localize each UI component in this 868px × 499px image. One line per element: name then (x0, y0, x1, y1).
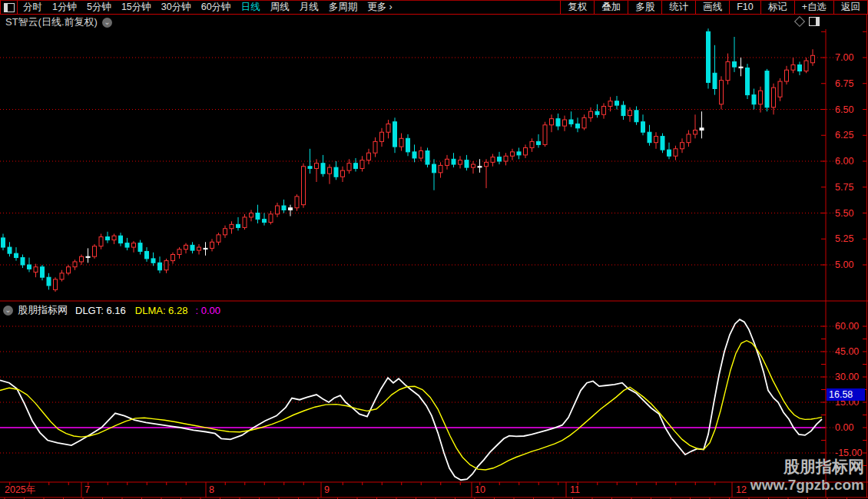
indicator-header: ⌄ 股朋指标网 DLGT: 6.16 DLMA: 6.28 : 0.00 (3, 303, 220, 317)
year-label: 2025年 (5, 484, 35, 495)
indicator-tick-label: -15.00 (835, 448, 862, 458)
grid-lines (0, 58, 837, 453)
latest-value-badge: 16.58 (827, 388, 865, 401)
menu-item-tool-6[interactable]: 标记 (760, 1, 794, 14)
menu-item-tool-2[interactable]: 多股 (628, 1, 661, 14)
indicator-tick-label: 45.00 (835, 346, 859, 357)
month-label: 10 (475, 484, 485, 495)
watermark: 股朋指标网 www.7gpzb.com (750, 458, 864, 494)
layout-split-icon[interactable] (809, 17, 820, 26)
month-label: 8 (209, 484, 214, 495)
menu-item-period-8[interactable]: 月线 (300, 1, 319, 14)
price-tick-label: 6.00 (835, 156, 853, 167)
menu-item-tool-5[interactable]: F10 (729, 1, 760, 14)
menu-item-tool-7[interactable]: +自选 (794, 1, 833, 14)
title-bar: ST智云(日线.前复权) ⌄ (5, 15, 112, 29)
dlgt-line (0, 319, 822, 480)
menu-item-tool-1[interactable]: 叠加 (594, 1, 628, 14)
menu-item-period-0[interactable]: 分时 (23, 1, 42, 14)
menu-item-tool-4[interactable]: 画线 (695, 1, 729, 14)
indicator-extra-value: : 0.00 (195, 305, 220, 316)
dlma-value-label: DLMA: 6.28 (135, 305, 188, 316)
indicator-source-label: 股朋指标网 (18, 303, 68, 317)
menu-item-period-10[interactable]: 更多 › (367, 1, 393, 14)
indicator-chevron-down-icon[interactable]: ⌄ (3, 306, 13, 316)
indicator-tick-label: 0.00 (835, 422, 853, 433)
indicator-lines (0, 319, 822, 480)
price-tick-label: 7.00 (835, 52, 853, 63)
window-split-button[interactable] (1, 1, 18, 14)
indicator-tick-label: 30.00 (835, 372, 859, 382)
window-split-icon (4, 3, 15, 12)
indicator-tick-label: 60.00 (835, 321, 859, 332)
menu-item-period-9[interactable]: 多周期 (329, 1, 358, 14)
month-label: 9 (324, 484, 330, 495)
price-tick-label: 6.50 (835, 104, 853, 115)
month-label: 7 (84, 484, 90, 495)
price-tick-label: 5.25 (835, 233, 853, 244)
month-label: 11 (570, 484, 580, 495)
menu-item-period-1[interactable]: 1分钟 (52, 1, 77, 14)
dlma-line (0, 341, 822, 470)
dlgt-value-label: DLGT: 6.16 (75, 305, 126, 316)
date-strip-marks (5, 482, 847, 499)
menu-item-period-7[interactable]: 周线 (270, 1, 290, 14)
chevron-down-icon[interactable]: ⌄ (102, 18, 112, 28)
title-right-icons (796, 17, 820, 26)
page-title: ST智云(日线.前复权) (5, 15, 98, 29)
menu-item-period-5[interactable]: 60分钟 (201, 1, 231, 14)
period-menu-bar: 分时1分钟5分钟15分钟30分钟60分钟日线周线月线多周期更多 › 复权叠加多股… (0, 0, 868, 15)
price-tick-label: 6.25 (835, 130, 853, 140)
menu-item-tool-0[interactable]: 复权 (560, 1, 594, 14)
menu-item-period-6[interactable]: 日线 (241, 1, 260, 14)
tool-menu-right: 复权叠加多股统计画线F10标记+自选返回 (560, 1, 867, 14)
watermark-site-url: www.7gpzb.com (750, 476, 864, 494)
menu-item-tool-8[interactable]: 返回 (833, 1, 867, 14)
frame-lines (0, 14, 868, 497)
candles-group (2, 28, 815, 292)
price-tick-label: 6.75 (835, 78, 853, 89)
period-menu-left: 分时1分钟5分钟15分钟30分钟60分钟日线周线月线多周期更多 › (23, 1, 403, 14)
diamond-icon[interactable] (794, 16, 805, 27)
menu-item-period-4[interactable]: 30分钟 (161, 1, 191, 14)
price-tick-label: 5.50 (835, 208, 853, 219)
menu-item-period-3[interactable]: 15分钟 (121, 1, 151, 14)
app-window: 分时1分钟5分钟15分钟30分钟60分钟日线周线月线多周期更多 › 复权叠加多股… (0, 0, 868, 499)
chart-canvas (0, 0, 868, 499)
month-label: 12 (736, 484, 747, 495)
price-tick-label: 5.00 (835, 259, 853, 270)
menu-item-period-2[interactable]: 5分钟 (87, 1, 111, 14)
watermark-site-name: 股朋指标网 (750, 458, 864, 476)
menu-item-tool-3[interactable]: 统计 (661, 1, 695, 14)
price-tick-label: 5.75 (835, 182, 853, 193)
